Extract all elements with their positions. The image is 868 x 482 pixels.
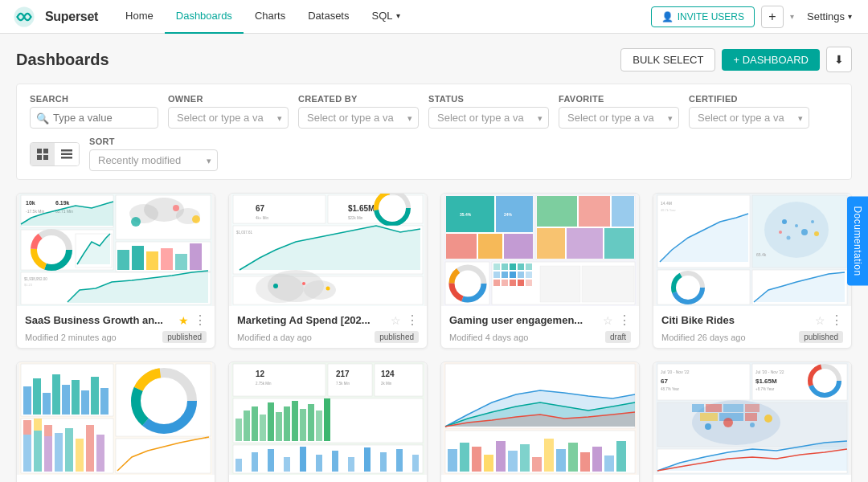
invite-label: INVITE USERS bbox=[678, 11, 744, 22]
nav-charts[interactable]: Charts bbox=[244, 0, 297, 34]
sql-dropdown-arrow: ▾ bbox=[396, 11, 400, 20]
svg-text:$1,037.61: $1,037.61 bbox=[236, 231, 253, 235]
card-star-button[interactable]: ☆ bbox=[603, 314, 613, 327]
dashboard-card[interactable]: Video Game Sales ☆ ⋮ Modified 2 months a… bbox=[440, 362, 640, 482]
dashboard-card[interactable]: 35.4% 24% Gaming u bbox=[440, 193, 640, 349]
card-star-button[interactable]: ★ bbox=[178, 314, 189, 327]
svg-rect-90 bbox=[510, 272, 516, 278]
nav-sql[interactable]: SQL ▾ bbox=[360, 0, 411, 34]
svg-point-112 bbox=[779, 231, 782, 234]
svg-rect-89 bbox=[502, 272, 508, 278]
favorite-label: FAVORITE bbox=[559, 94, 679, 104]
svg-rect-157 bbox=[375, 364, 423, 396]
list-view-button[interactable] bbox=[55, 143, 79, 165]
svg-rect-172 bbox=[324, 398, 330, 441]
owner-select[interactable]: Select or type a value bbox=[168, 107, 289, 129]
nav-links: Home Dashboards Charts Datasets SQL ▾ bbox=[114, 0, 651, 34]
card-status: published bbox=[375, 331, 419, 343]
svg-rect-2 bbox=[43, 149, 48, 153]
dashboard-card[interactable]: 67 4k+ Min $1.65M $22k Min $1,037.61 Mar… bbox=[228, 193, 428, 349]
documentation-tab[interactable]: Documentation bbox=[847, 196, 868, 285]
dashboard-card[interactable]: Sales Dashboard ☆ ⋮ Modified 2 months ag… bbox=[16, 362, 215, 482]
svg-rect-196 bbox=[496, 441, 506, 472]
status-select[interactable]: Select or type a value bbox=[428, 107, 549, 129]
card-thumbnail: 67 4k+ Min $1.65M $22k Min $1,037.61 bbox=[229, 194, 427, 306]
svg-point-19 bbox=[131, 217, 141, 227]
svg-text:12: 12 bbox=[256, 370, 265, 378]
svg-rect-98 bbox=[540, 266, 580, 302]
card-thumbnail: 10k -17.5k Min 6.19k 65.71 Min SM $1,938… bbox=[17, 194, 215, 306]
search-input[interactable] bbox=[30, 107, 158, 129]
nav-dashboards[interactable]: Dashboards bbox=[165, 0, 244, 34]
dashboard-card[interactable]: Jul '20 - Nov '22 67 48.7% Year Jul '20 … bbox=[653, 362, 852, 482]
svg-rect-128 bbox=[72, 380, 80, 415]
svg-point-58 bbox=[273, 284, 278, 288]
settings-button[interactable]: Settings ▾ bbox=[800, 6, 858, 27]
svg-rect-185 bbox=[412, 455, 419, 472]
nav-datasets[interactable]: Datasets bbox=[297, 0, 360, 34]
add-dashboard-button[interactable]: + DASHBOARD bbox=[722, 49, 820, 71]
card-title-row: Citi Bike Rides ☆ ⋮ bbox=[661, 312, 843, 328]
card-title-row: SaaS Business Growth an... ★ ⋮ bbox=[25, 312, 207, 328]
card-star-button[interactable]: ☆ bbox=[391, 314, 401, 327]
card-more-button[interactable]: ⋮ bbox=[406, 312, 419, 328]
svg-text:$1.23: $1.23 bbox=[24, 283, 33, 287]
logo[interactable] bbox=[10, 2, 39, 31]
plus-button[interactable]: + bbox=[761, 6, 784, 28]
svg-rect-99 bbox=[582, 266, 634, 302]
svg-rect-66 bbox=[478, 234, 502, 259]
svg-rect-129 bbox=[81, 390, 89, 415]
svg-rect-151 bbox=[233, 364, 326, 396]
card-body: Gaming user engagemen... ☆ ⋮ Modified 4 … bbox=[441, 306, 639, 348]
svg-rect-3 bbox=[37, 155, 42, 160]
svg-text:65.4k: 65.4k bbox=[756, 252, 767, 257]
dashboard-card[interactable]: 10k -17.5k Min 6.19k 65.71 Min SM $1,938… bbox=[16, 193, 215, 349]
card-title-row: Marketing Ad Spend [202... ☆ ⋮ bbox=[237, 312, 419, 328]
svg-rect-201 bbox=[556, 449, 566, 472]
certified-select[interactable]: Select or type a value bbox=[689, 107, 809, 129]
grid-view-button[interactable] bbox=[31, 143, 55, 165]
search-filter-group: SEARCH 🔍 bbox=[30, 94, 158, 129]
svg-text:$22k Min: $22k Min bbox=[348, 216, 363, 220]
svg-rect-141 bbox=[76, 439, 84, 472]
svg-rect-94 bbox=[502, 280, 508, 286]
card-more-button[interactable]: ⋮ bbox=[194, 312, 207, 328]
svg-rect-76 bbox=[604, 228, 634, 259]
svg-rect-167 bbox=[284, 406, 290, 441]
svg-rect-175 bbox=[252, 452, 258, 472]
card-star-button[interactable]: ☆ bbox=[815, 314, 825, 327]
svg-rect-193 bbox=[460, 443, 469, 472]
svg-rect-169 bbox=[300, 409, 306, 441]
svg-rect-142 bbox=[86, 425, 94, 472]
favorite-select[interactable]: Select or type a value bbox=[559, 107, 679, 129]
sort-select[interactable]: Recently modified bbox=[89, 149, 218, 171]
svg-rect-1 bbox=[37, 149, 42, 153]
nav-home[interactable]: Home bbox=[114, 0, 165, 34]
svg-text:Jul '20 - Nov '22: Jul '20 - Nov '22 bbox=[755, 370, 784, 374]
svg-rect-93 bbox=[493, 280, 500, 286]
card-more-button[interactable]: ⋮ bbox=[618, 312, 631, 328]
svg-rect-173 bbox=[233, 445, 423, 473]
page-title: Dashboards bbox=[16, 51, 109, 69]
svg-text:67: 67 bbox=[256, 204, 265, 213]
svg-rect-65 bbox=[446, 234, 477, 259]
svg-rect-197 bbox=[508, 451, 518, 472]
dashboard-card[interactable]: 12 2.75k Min 217 7.5k Min 124 2k Min bbox=[228, 362, 428, 482]
svg-rect-224 bbox=[745, 404, 760, 412]
created-by-select[interactable]: Select or type a value bbox=[298, 107, 419, 129]
svg-rect-180 bbox=[332, 451, 338, 472]
svg-rect-203 bbox=[580, 452, 590, 472]
invite-users-button[interactable]: 👤 INVITE USERS bbox=[651, 6, 755, 27]
svg-text:$1,938,952.00: $1,938,952.00 bbox=[24, 277, 47, 281]
bulk-select-button[interactable]: BULK SELECT bbox=[620, 48, 715, 71]
card-more-button[interactable]: ⋮ bbox=[830, 312, 843, 328]
created-by-select-wrap: Select or type a value bbox=[298, 107, 419, 129]
svg-rect-183 bbox=[380, 452, 387, 472]
svg-rect-97 bbox=[526, 280, 532, 286]
dashboard-card[interactable]: 14.4M 48.7k Year 65.4k Citi Bike Rides ☆… bbox=[653, 193, 852, 349]
svg-rect-202 bbox=[568, 443, 578, 472]
top-navigation: Superset Home Dashboards Charts Datasets… bbox=[0, 0, 868, 34]
download-button[interactable]: ⬇ bbox=[826, 47, 852, 72]
svg-rect-181 bbox=[348, 457, 354, 472]
card-thumbnail: 12 2.75k Min 217 7.5k Min 124 2k Min bbox=[229, 362, 427, 475]
